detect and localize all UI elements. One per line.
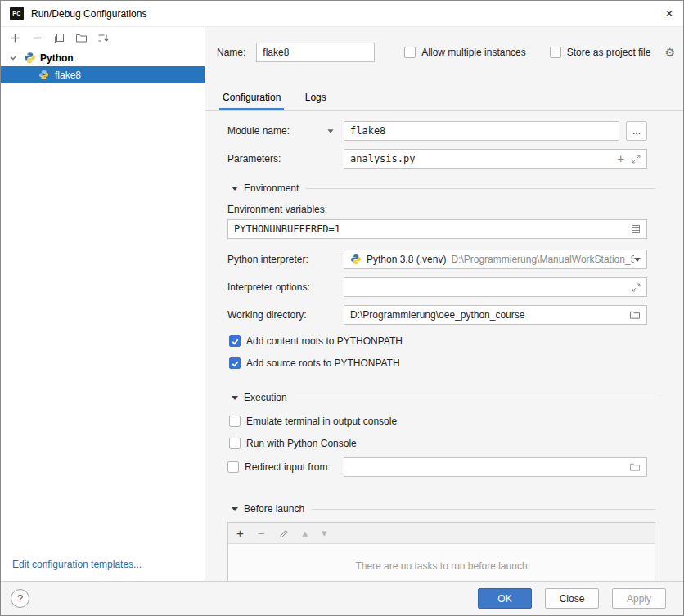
gear-icon[interactable]: ⚙ bbox=[664, 47, 675, 58]
redirect-input-label: Redirect input from: bbox=[245, 461, 331, 473]
redirect-input-checkbox[interactable] bbox=[227, 461, 239, 473]
tree-group-label: Python bbox=[40, 52, 74, 64]
allow-multiple-instances-label: Allow multiple instances bbox=[421, 47, 525, 58]
run-debug-configurations-dialog: PC Run/Debug Configurations × bbox=[0, 0, 684, 616]
collapse-triangle-icon bbox=[232, 187, 238, 191]
run-python-console-label: Run with Python Console bbox=[246, 438, 357, 449]
move-into-folder-icon[interactable] bbox=[74, 32, 88, 45]
variables-list-icon[interactable] bbox=[631, 224, 641, 234]
add-source-roots-row: Add source roots to PYTHONPATH bbox=[229, 357, 655, 370]
remove-configuration-icon[interactable] bbox=[30, 32, 43, 45]
ok-button[interactable]: OK bbox=[478, 588, 532, 609]
move-up-icon[interactable]: ▴ bbox=[303, 528, 308, 538]
collapse-triangle-icon bbox=[232, 507, 238, 511]
add-task-icon[interactable]: + bbox=[236, 527, 244, 539]
combo-arrow-icon bbox=[634, 258, 641, 262]
working-directory-field[interactable]: D:\Programmierung\oee_python_course bbox=[344, 305, 647, 325]
close-icon[interactable]: × bbox=[665, 7, 673, 20]
edit-task-icon[interactable] bbox=[279, 528, 289, 538]
emulate-terminal-row: Emulate terminal in output console bbox=[229, 415, 655, 428]
interpreter-path: D:\Programmierung\ManualWorkStation_Su bbox=[451, 254, 634, 265]
add-content-roots-checkbox[interactable] bbox=[229, 335, 241, 347]
close-button[interactable]: Close bbox=[545, 588, 599, 609]
remove-task-icon[interactable]: − bbox=[258, 527, 265, 539]
name-label: Name: bbox=[217, 47, 245, 58]
chevron-down-icon[interactable] bbox=[7, 52, 20, 65]
python-interpreter-combobox[interactable]: Python 3.8 (.venv) D:\Programmierung\Man… bbox=[344, 250, 647, 269]
add-content-roots-label: Add content roots to PYTHONPATH bbox=[246, 335, 403, 347]
name-row: Name: flake8 Allow multiple instances St… bbox=[217, 43, 678, 62]
execution-section-label: Execution bbox=[244, 392, 287, 403]
pycharm-icon: PC bbox=[10, 7, 24, 20]
before-launch-section-header[interactable]: Before launch bbox=[227, 501, 655, 516]
move-down-icon[interactable]: ▾ bbox=[322, 528, 327, 538]
tree-group-python[interactable]: Python bbox=[1, 49, 205, 66]
configurations-tree: Python flake8 bbox=[1, 49, 205, 559]
apply-button[interactable]: Apply bbox=[612, 588, 666, 609]
python-icon bbox=[23, 52, 36, 65]
interpreter-options-field[interactable] bbox=[344, 277, 647, 297]
configuration-form: Module name: flake8 ... Parameters: anal… bbox=[205, 111, 683, 581]
interpreter-name: Python 3.8 (.venv) bbox=[367, 254, 446, 265]
environment-section-label: Environment bbox=[244, 182, 299, 194]
run-python-console-row: Run with Python Console bbox=[229, 437, 655, 450]
python-interpreter-row: Python interpreter: Python 3.8 (.venv) D… bbox=[227, 250, 647, 269]
environment-variables-row: PYTHONUNBUFFERED=1 bbox=[227, 219, 647, 239]
python-interpreter-label: Python interpreter: bbox=[227, 254, 344, 265]
parameters-label: Parameters: bbox=[227, 153, 344, 164]
run-python-console-checkbox[interactable] bbox=[229, 438, 241, 449]
parameters-row: Parameters: analysis.py + bbox=[227, 149, 647, 169]
interpreter-options-label: Interpreter options: bbox=[227, 281, 344, 293]
add-source-roots-checkbox[interactable] bbox=[229, 357, 241, 369]
folder-icon[interactable] bbox=[629, 462, 641, 472]
add-source-roots-label: Add source roots to PYTHONPATH bbox=[246, 357, 400, 369]
tab-bar: Configuration Logs bbox=[205, 87, 683, 111]
window-title: Run/Debug Configurations bbox=[31, 8, 146, 20]
module-name-row: Module name: flake8 ... bbox=[227, 121, 647, 141]
allow-multiple-instances-checkbox[interactable] bbox=[404, 47, 416, 58]
name-field[interactable]: flake8 bbox=[256, 43, 375, 62]
tree-item-flake8[interactable]: flake8 bbox=[1, 66, 205, 83]
redirect-input-row: Redirect input from: bbox=[227, 457, 647, 477]
copy-configuration-icon[interactable] bbox=[52, 32, 65, 45]
add-content-roots-row: Add content roots to PYTHONPATH bbox=[229, 335, 655, 348]
tab-configuration[interactable]: Configuration bbox=[221, 87, 282, 110]
before-launch-toolbar: + − ▴ ▾ bbox=[228, 523, 655, 544]
store-as-project-file-option: Store as project file bbox=[550, 47, 651, 58]
before-launch-section-label: Before launch bbox=[244, 503, 304, 515]
environment-variables-label: Environment variables: bbox=[227, 203, 655, 215]
titlebar: PC Run/Debug Configurations × bbox=[1, 1, 683, 27]
browse-button[interactable]: ... bbox=[626, 121, 647, 141]
edit-configuration-templates-link[interactable]: Edit configuration templates... bbox=[1, 559, 205, 581]
module-name-field[interactable]: flake8 bbox=[344, 121, 619, 141]
sidebar-toolbar bbox=[1, 27, 205, 49]
tab-logs[interactable]: Logs bbox=[304, 87, 328, 110]
python-file-icon bbox=[37, 69, 50, 82]
emulate-terminal-label: Emulate terminal in output console bbox=[246, 416, 397, 427]
environment-section-header[interactable]: Environment bbox=[227, 181, 655, 196]
before-launch-list: + − ▴ ▾ There are no tasks to run before… bbox=[227, 522, 655, 581]
collapse-triangle-icon bbox=[232, 396, 238, 400]
execution-section-header[interactable]: Execution bbox=[227, 390, 655, 405]
expand-field-icon[interactable] bbox=[632, 283, 641, 292]
chevron-down-icon bbox=[327, 129, 333, 133]
emulate-terminal-checkbox[interactable] bbox=[229, 416, 241, 427]
sort-configurations-icon[interactable] bbox=[97, 32, 110, 45]
expand-field-icon[interactable] bbox=[632, 155, 641, 164]
configuration-panel: Name: flake8 Allow multiple instances St… bbox=[205, 27, 683, 581]
redirect-input-field[interactable] bbox=[344, 457, 647, 477]
store-as-project-file-checkbox[interactable] bbox=[550, 47, 561, 58]
target-type-selector[interactable]: Module name: bbox=[227, 125, 344, 137]
interpreter-options-row: Interpreter options: bbox=[227, 277, 647, 297]
parameters-field[interactable]: analysis.py + bbox=[344, 149, 647, 169]
dialog-body: Python flake8 Edit configuration templat… bbox=[1, 27, 683, 581]
add-configuration-icon[interactable] bbox=[8, 32, 21, 45]
tree-item-label: flake8 bbox=[55, 70, 81, 81]
add-macro-icon[interactable]: + bbox=[618, 153, 624, 164]
folder-icon[interactable] bbox=[629, 310, 641, 320]
python-icon bbox=[350, 254, 362, 265]
environment-variables-field[interactable]: PYTHONUNBUFFERED=1 bbox=[227, 219, 647, 239]
working-directory-row: Working directory: D:\Programmierung\oee… bbox=[227, 305, 647, 325]
help-icon[interactable]: ? bbox=[11, 589, 29, 608]
dialog-footer: ? OK Close Apply bbox=[1, 581, 683, 615]
